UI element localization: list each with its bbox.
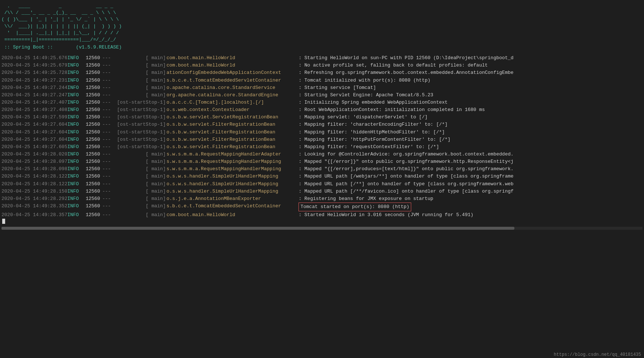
log-class: s.b.c.e.t.TomcatEmbeddedServletContainer [166, 77, 291, 84]
log-timestamp: 2020-04-25 14:49:27.604 [1, 129, 67, 136]
log-message: : Mapping filter: 'httpPutFormContentFil… [299, 136, 450, 143]
log-timestamp: 2020-04-25 14:49:27.407 [1, 99, 67, 106]
log-timestamp: 2020-04-25 14:49:28.357 [1, 211, 67, 219]
log-separator: --- [102, 77, 113, 84]
log-class: s.b.c.e.t.TomcatEmbeddedServletContainer [166, 203, 291, 210]
log-pid: 12560 [86, 121, 102, 128]
log-level: INFO [67, 62, 86, 69]
spring-version: :: Spring Boot :: (v1.5.9.RELEASE) [1, 44, 643, 50]
log-class: s.w.s.m.m.a.RequestMappingHandlerMapping [166, 158, 291, 165]
log-pid: 12560 [86, 69, 102, 76]
log-timestamp: 2020-04-25 14:49:28.292 [1, 195, 67, 203]
log-timestamp: 2020-04-25 14:49:27.605 [1, 143, 67, 151]
cursor-line [1, 219, 643, 224]
log-message: Tomcat started on port(s): 8080 (http) [299, 203, 411, 211]
log-separator: --- [102, 165, 113, 173]
log-thread: [ main] [113, 62, 166, 69]
log-thread: [ main] [113, 173, 166, 180]
log-pid: 12560 [86, 136, 102, 143]
log-line: 2020-04-25 14:49:28.122 INFO 12560 --- [… [1, 173, 643, 180]
log-separator: --- [102, 211, 113, 219]
log-class: com.boot.main.HelloWorld [166, 54, 291, 62]
log-separator: --- [102, 114, 113, 121]
log-separator: --- [102, 129, 113, 136]
log-level: INFO [67, 151, 86, 158]
log-pid: 12560 [86, 188, 102, 195]
log-thread: [ main] [113, 203, 166, 210]
log-level: INFO [67, 99, 86, 106]
log-timestamp: 2020-04-25 14:49:25.679 [1, 62, 67, 69]
log-thread: [ost-startStop-1] [113, 99, 166, 106]
log-thread: [ main] [113, 84, 166, 92]
log-message: : No active profile set, falling back to… [299, 62, 488, 69]
log-level: INFO [67, 92, 86, 99]
log-level: INFO [67, 173, 86, 180]
log-timestamp: 2020-04-25 14:49:28.097 [1, 158, 67, 165]
log-timestamp: 2020-04-25 14:49:25.728 [1, 69, 67, 76]
log-timestamp: 2020-04-25 14:49:28.098 [1, 165, 67, 173]
log-timestamp: 2020-04-25 14:49:27.604 [1, 121, 67, 128]
log-thread: [ost-startStop-1] [113, 106, 166, 114]
log-thread: [ost-startStop-1] [113, 129, 166, 136]
log-thread: [ main] [113, 165, 166, 173]
log-message: : Mapping filter: 'hiddenHttpMethodFilte… [299, 129, 445, 136]
log-message: : Starting service [Tomcat] [299, 84, 376, 92]
log-class: ationConfigEmbeddedWebApplicationContext [166, 69, 291, 76]
log-separator: --- [102, 54, 113, 62]
log-pid: 12560 [86, 143, 102, 151]
log-separator: --- [102, 121, 113, 128]
log-line: 2020-04-25 14:49:28.097 INFO 12560 --- [… [1, 158, 643, 165]
log-thread: [ost-startStop-1] [113, 143, 166, 151]
log-pid: 12560 [86, 151, 102, 158]
log-class: o.a.c.c.C.[Tomcat].[localhost].[/] [166, 99, 291, 106]
log-level: INFO [67, 136, 86, 143]
log-separator: --- [102, 203, 113, 210]
log-timestamp: 2020-04-25 14:49:28.122 [1, 173, 67, 180]
log-line: 2020-04-25 14:49:25.728 INFO 12560 --- [… [1, 69, 643, 76]
log-line: 2020-04-25 14:49:28.122 INFO 12560 --- [… [1, 180, 643, 188]
log-message: : Mapping filter: 'requestContextFilter'… [299, 143, 439, 151]
log-class: org.apache.catalina.core.StandardEngine [166, 92, 291, 99]
log-message: : Mapping filter: 'characterEncodingFilt… [299, 121, 448, 128]
log-thread: [ost-startStop-1] [113, 121, 166, 128]
log-level: INFO [67, 54, 86, 62]
log-message: : Mapped URL path [/**/favicon.ico] onto… [299, 188, 513, 195]
log-timestamp: 2020-04-25 14:49:27.408 [1, 106, 67, 114]
scrollbar-track[interactable] [1, 227, 643, 230]
log-line: 2020-04-25 14:49:27.407 INFO 12560 --- [… [1, 99, 643, 106]
log-pid: 12560 [86, 173, 102, 180]
log-level: INFO [67, 69, 86, 76]
log-line: 2020-04-25 14:49:25.679 INFO 12560 --- [… [1, 62, 643, 69]
log-line: 2020-04-25 14:49:27.605 INFO 12560 --- [… [1, 143, 643, 151]
log-separator: --- [102, 195, 113, 203]
log-message: : Mapped "{[/error],produces=[text/html]… [299, 165, 513, 173]
log-pid: 12560 [86, 114, 102, 121]
log-line: 2020-04-25 14:49:28.352 INFO 12560 --- [… [1, 203, 643, 211]
log-pid: 12560 [86, 203, 102, 210]
log-line: 2020-04-25 14:49:27.604 INFO 12560 --- [… [1, 121, 643, 128]
log-separator: --- [102, 180, 113, 188]
log-pid: 12560 [86, 84, 102, 92]
log-separator: --- [102, 173, 113, 180]
log-pid: 12560 [86, 211, 102, 219]
log-separator: --- [102, 106, 113, 114]
log-message: : Mapped "{[/error]}" onto public org.sp… [299, 158, 513, 165]
log-pid: 12560 [86, 180, 102, 188]
log-level: INFO [67, 84, 86, 92]
log-level: INFO [67, 203, 86, 210]
log-message: : Tomcat initialized with port(s): 8080 … [299, 77, 430, 84]
log-line: 2020-04-25 14:49:27.599 INFO 12560 --- [… [1, 114, 643, 121]
log-timestamp: 2020-04-25 14:49:27.599 [1, 114, 67, 121]
log-level: INFO [67, 195, 86, 203]
log-message: : Registering beans for JMX exposure on … [299, 195, 433, 203]
log-message: : Starting HelloWorld on sun-PC with PID… [299, 54, 513, 62]
log-level: INFO [67, 158, 86, 165]
log-message: : Starting Servlet Engine: Apache Tomcat… [299, 92, 433, 99]
log-level: INFO [67, 121, 86, 128]
scrollbar-thumb[interactable] [1, 227, 514, 230]
log-separator: --- [102, 143, 113, 151]
log-timestamp: 2020-04-25 14:49:28.352 [1, 203, 67, 210]
log-container: 2020-04-25 14:49:25.676 INFO 12560 --- [… [1, 54, 643, 219]
log-class: o.s.b.w.servlet.FilterRegistrationBean [166, 143, 291, 151]
log-pid: 12560 [86, 129, 102, 136]
